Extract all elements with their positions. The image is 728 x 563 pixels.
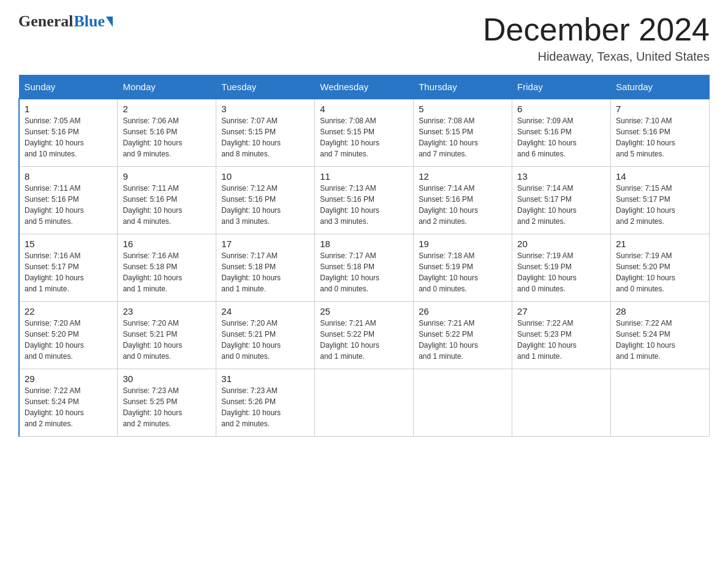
day-info: Sunrise: 7:23 AMSunset: 5:25 PMDaylight:… — [123, 386, 182, 428]
day-number: 12 — [419, 171, 507, 182]
day-number: 15 — [25, 239, 112, 249]
calendar-body: 1 Sunrise: 7:05 AMSunset: 5:16 PMDayligh… — [19, 99, 710, 436]
day-number: 3 — [221, 104, 309, 114]
calendar-cell: 31 Sunrise: 7:23 AMSunset: 5:26 PMDaylig… — [216, 369, 315, 436]
calendar-cell: 12 Sunrise: 7:14 AMSunset: 5:16 PMDaylig… — [414, 166, 512, 234]
day-info: Sunrise: 7:20 AMSunset: 5:21 PMDaylight:… — [221, 319, 281, 361]
day-info: Sunrise: 7:20 AMSunset: 5:20 PMDaylight:… — [25, 319, 84, 361]
day-info: Sunrise: 7:17 AMSunset: 5:18 PMDaylight:… — [221, 251, 281, 293]
logo-general: General — [18, 12, 74, 31]
calendar-table: SundayMondayTuesdayWednesdayThursdayFrid… — [18, 75, 710, 437]
day-info: Sunrise: 7:06 AMSunset: 5:16 PMDaylight:… — [123, 117, 182, 158]
calendar-cell: 27 Sunrise: 7:22 AMSunset: 5:23 PMDaylig… — [512, 301, 611, 369]
day-number: 14 — [616, 171, 704, 182]
header-tuesday: Tuesday — [216, 75, 315, 99]
day-number: 7 — [616, 104, 704, 114]
day-number: 24 — [221, 306, 309, 316]
calendar-cell — [414, 369, 512, 436]
day-number: 5 — [419, 104, 507, 114]
calendar-cell: 30 Sunrise: 7:23 AMSunset: 5:25 PMDaylig… — [118, 369, 216, 436]
week-row-4: 22 Sunrise: 7:20 AMSunset: 5:20 PMDaylig… — [19, 301, 710, 369]
day-number: 13 — [517, 171, 605, 182]
calendar-cell: 25 Sunrise: 7:21 AMSunset: 5:22 PMDaylig… — [315, 301, 414, 369]
day-info: Sunrise: 7:19 AMSunset: 5:20 PMDaylight:… — [616, 251, 675, 293]
calendar-cell: 18 Sunrise: 7:17 AMSunset: 5:18 PMDaylig… — [315, 234, 414, 301]
day-number: 20 — [517, 239, 605, 249]
location-title: Hideaway, Texas, United States — [483, 50, 710, 64]
header-sunday: Sunday — [19, 75, 118, 99]
calendar-cell: 22 Sunrise: 7:20 AMSunset: 5:20 PMDaylig… — [19, 301, 118, 369]
calendar-cell: 2 Sunrise: 7:06 AMSunset: 5:16 PMDayligh… — [118, 99, 216, 166]
calendar-cell: 19 Sunrise: 7:18 AMSunset: 5:19 PMDaylig… — [414, 234, 512, 301]
day-number: 17 — [221, 239, 309, 249]
calendar-cell: 29 Sunrise: 7:22 AMSunset: 5:24 PMDaylig… — [19, 369, 118, 436]
day-info: Sunrise: 7:23 AMSunset: 5:26 PMDaylight:… — [221, 386, 281, 428]
calendar-cell: 15 Sunrise: 7:16 AMSunset: 5:17 PMDaylig… — [19, 234, 118, 301]
week-row-2: 8 Sunrise: 7:11 AMSunset: 5:16 PMDayligh… — [19, 166, 710, 234]
calendar-cell — [315, 369, 414, 436]
day-info: Sunrise: 7:10 AMSunset: 5:16 PMDaylight:… — [616, 117, 675, 158]
header-friday: Friday — [512, 75, 611, 99]
week-row-3: 15 Sunrise: 7:16 AMSunset: 5:17 PMDaylig… — [19, 234, 710, 301]
day-info: Sunrise: 7:11 AMSunset: 5:16 PMDaylight:… — [25, 184, 84, 226]
day-info: Sunrise: 7:17 AMSunset: 5:18 PMDaylight:… — [320, 251, 379, 293]
calendar-cell: 3 Sunrise: 7:07 AMSunset: 5:15 PMDayligh… — [216, 99, 315, 166]
day-info: Sunrise: 7:08 AMSunset: 5:15 PMDaylight:… — [419, 117, 478, 158]
calendar-cell — [512, 369, 611, 436]
day-info: Sunrise: 7:21 AMSunset: 5:22 PMDaylight:… — [419, 319, 478, 361]
day-info: Sunrise: 7:05 AMSunset: 5:16 PMDaylight:… — [25, 117, 84, 158]
day-info: Sunrise: 7:16 AMSunset: 5:17 PMDaylight:… — [25, 251, 84, 293]
day-number: 27 — [517, 306, 605, 316]
header-row: SundayMondayTuesdayWednesdayThursdayFrid… — [19, 75, 710, 99]
day-info: Sunrise: 7:16 AMSunset: 5:18 PMDaylight:… — [123, 251, 182, 293]
day-number: 23 — [123, 306, 211, 316]
calendar-cell: 4 Sunrise: 7:08 AMSunset: 5:15 PMDayligh… — [315, 99, 414, 166]
day-number: 26 — [419, 306, 507, 316]
week-row-1: 1 Sunrise: 7:05 AMSunset: 5:16 PMDayligh… — [19, 99, 710, 166]
day-number: 29 — [25, 373, 112, 384]
header-thursday: Thursday — [414, 75, 512, 99]
day-number: 21 — [616, 239, 704, 249]
calendar-cell: 8 Sunrise: 7:11 AMSunset: 5:16 PMDayligh… — [19, 166, 118, 234]
month-title: December 2024 — [483, 12, 710, 47]
calendar-cell: 11 Sunrise: 7:13 AMSunset: 5:16 PMDaylig… — [315, 166, 414, 234]
calendar-cell: 14 Sunrise: 7:15 AMSunset: 5:17 PMDaylig… — [611, 166, 710, 234]
day-info: Sunrise: 7:19 AMSunset: 5:19 PMDaylight:… — [517, 251, 577, 293]
day-info: Sunrise: 7:07 AMSunset: 5:15 PMDaylight:… — [221, 117, 281, 158]
calendar-cell: 24 Sunrise: 7:20 AMSunset: 5:21 PMDaylig… — [216, 301, 315, 369]
day-info: Sunrise: 7:21 AMSunset: 5:22 PMDaylight:… — [320, 319, 379, 361]
day-info: Sunrise: 7:15 AMSunset: 5:17 PMDaylight:… — [616, 184, 675, 226]
calendar-cell: 21 Sunrise: 7:19 AMSunset: 5:20 PMDaylig… — [611, 234, 710, 301]
calendar-cell: 7 Sunrise: 7:10 AMSunset: 5:16 PMDayligh… — [611, 99, 710, 166]
day-number: 28 — [616, 306, 704, 316]
day-info: Sunrise: 7:22 AMSunset: 5:24 PMDaylight:… — [616, 319, 675, 361]
page-header: General Blue December 2024 Hideaway, Tex… — [18, 12, 710, 64]
day-number: 19 — [419, 239, 507, 249]
day-number: 6 — [517, 104, 605, 114]
calendar-cell: 28 Sunrise: 7:22 AMSunset: 5:24 PMDaylig… — [611, 301, 710, 369]
day-info: Sunrise: 7:11 AMSunset: 5:16 PMDaylight:… — [123, 184, 182, 226]
day-number: 2 — [123, 104, 211, 114]
calendar-cell: 1 Sunrise: 7:05 AMSunset: 5:16 PMDayligh… — [19, 99, 118, 166]
calendar-cell: 17 Sunrise: 7:17 AMSunset: 5:18 PMDaylig… — [216, 234, 315, 301]
day-number: 1 — [25, 104, 112, 114]
day-number: 18 — [320, 239, 408, 249]
day-number: 8 — [25, 171, 112, 182]
week-row-5: 29 Sunrise: 7:22 AMSunset: 5:24 PMDaylig… — [19, 369, 710, 436]
calendar-cell: 13 Sunrise: 7:14 AMSunset: 5:17 PMDaylig… — [512, 166, 611, 234]
day-info: Sunrise: 7:22 AMSunset: 5:23 PMDaylight:… — [517, 319, 577, 361]
calendar-cell: 10 Sunrise: 7:12 AMSunset: 5:16 PMDaylig… — [216, 166, 315, 234]
day-number: 31 — [221, 373, 309, 384]
calendar-cell: 6 Sunrise: 7:09 AMSunset: 5:16 PMDayligh… — [512, 99, 611, 166]
day-number: 22 — [25, 306, 112, 316]
day-info: Sunrise: 7:20 AMSunset: 5:21 PMDaylight:… — [123, 319, 182, 361]
day-number: 25 — [320, 306, 408, 316]
header-wednesday: Wednesday — [315, 75, 414, 99]
day-number: 9 — [123, 171, 211, 182]
day-info: Sunrise: 7:12 AMSunset: 5:16 PMDaylight:… — [221, 184, 281, 226]
calendar-cell: 9 Sunrise: 7:11 AMSunset: 5:16 PMDayligh… — [118, 166, 216, 234]
calendar-cell: 16 Sunrise: 7:16 AMSunset: 5:18 PMDaylig… — [118, 234, 216, 301]
logo-text: General Blue — [18, 12, 113, 31]
day-info: Sunrise: 7:14 AMSunset: 5:17 PMDaylight:… — [517, 184, 577, 226]
calendar-cell: 5 Sunrise: 7:08 AMSunset: 5:15 PMDayligh… — [414, 99, 512, 166]
